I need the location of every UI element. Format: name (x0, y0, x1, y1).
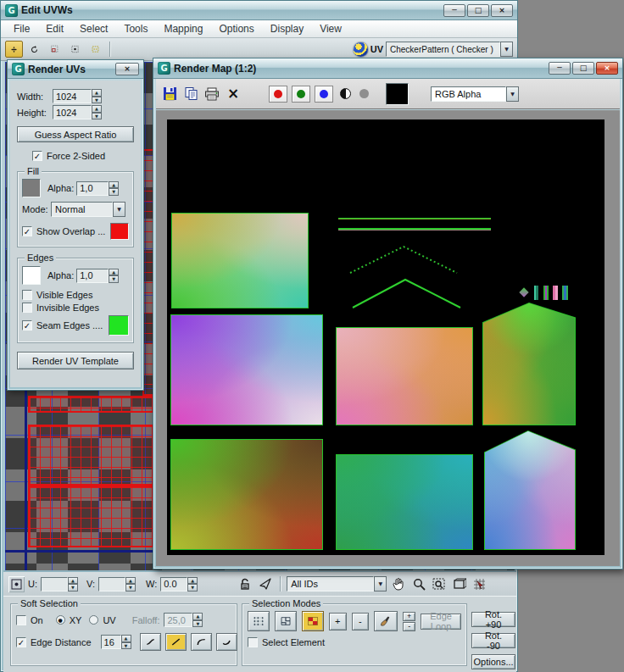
menu-select[interactable]: Select (72, 21, 116, 36)
guess-aspect-ratio-button[interactable]: Guess Aspect Ratio (17, 126, 134, 142)
maximize-button[interactable]: □ (467, 4, 489, 17)
paint-grow-button[interactable]: + (403, 612, 415, 621)
edges-alpha-label: Alpha: (47, 270, 74, 280)
app-logo-icon: G (158, 62, 170, 75)
shrink-selection-button[interactable]: - (352, 613, 370, 630)
seam-color-swatch[interactable] (109, 315, 129, 336)
menu-tools[interactable]: Tools (116, 21, 156, 36)
rotate-plus-90-button[interactable]: Rot. +90 (471, 612, 515, 627)
zoom-icon[interactable] (410, 576, 427, 592)
close-icon[interactable]: × (115, 63, 139, 75)
render-uvs-titlebar[interactable]: G Render UVs × (8, 60, 143, 79)
texture-dropdown[interactable]: CheckerPattern ( Checker ) ▼ (386, 42, 513, 57)
chevron-down-icon[interactable]: ▼ (506, 86, 519, 102)
edge-color-swatch[interactable] (22, 266, 41, 285)
v-spinner[interactable]: ▲▼ (98, 577, 136, 591)
red-channel-toggle[interactable] (269, 86, 287, 103)
mirror-tool-icon[interactable] (86, 41, 104, 58)
visible-edges-checkbox[interactable] (22, 290, 32, 300)
copy-icon[interactable] (182, 86, 199, 102)
texture-sphere-icon[interactable] (354, 42, 368, 57)
fast-out-curve-button[interactable] (216, 633, 237, 651)
zoom-to-selected-icon[interactable] (471, 576, 488, 592)
menu-file[interactable]: File (6, 21, 38, 36)
render-uv-template-button[interactable]: Render UV Template (17, 352, 134, 369)
spin-down-icon: ▼ (109, 275, 119, 283)
print-icon[interactable] (203, 86, 220, 102)
uv-radio[interactable] (89, 615, 98, 625)
lock-selection-icon[interactable] (237, 576, 254, 592)
width-spinner[interactable]: 1024 ▲▼ (53, 89, 102, 103)
alpha-channel-toggle[interactable] (357, 86, 370, 102)
zoom-extents-icon[interactable] (451, 576, 468, 592)
fill-color-swatch[interactable] (22, 179, 41, 197)
edge-distance-checkbox[interactable]: ✓ (16, 637, 26, 647)
minimize-button[interactable]: ─ (443, 4, 465, 17)
edge-loop-button[interactable]: Edge Loop (421, 614, 461, 630)
absolute-offset-toggle-icon[interactable] (8, 576, 25, 592)
ids-dropdown[interactable]: All IDs ▼ (287, 576, 387, 591)
alpha-channel-icon (359, 89, 369, 98)
falloff-spinner[interactable]: 25,0 ▲▼ (164, 613, 203, 627)
uv-selection-block (28, 396, 157, 413)
menu-mapping[interactable]: Mapping (156, 21, 211, 36)
rotate-minus-90-button[interactable]: Rot. -90 (471, 633, 515, 648)
save-icon[interactable] (161, 86, 178, 102)
vertex-mode-icon[interactable] (248, 611, 270, 631)
on-checkbox[interactable] (16, 615, 26, 625)
u-spinner[interactable]: ▲▼ (41, 577, 78, 591)
select-element-checkbox[interactable] (248, 637, 258, 647)
canvas-shape (171, 213, 309, 308)
transform-toolbar: U: ▲▼ V: ▲▼ W: 0.0 ▲▼ All IDs ▼ (3, 570, 516, 596)
scale-tool-icon[interactable] (46, 41, 64, 58)
slow-out-curve-button[interactable] (191, 633, 212, 651)
edge-distance-spinner[interactable]: 16 ▲▼ (101, 635, 131, 649)
pan-hand-icon[interactable] (390, 576, 407, 592)
grow-selection-button[interactable]: + (329, 613, 347, 630)
minimize-button[interactable]: ─ (549, 62, 571, 75)
menu-edit[interactable]: Edit (38, 21, 72, 36)
chevron-down-icon[interactable]: ▼ (500, 42, 513, 57)
overlap-color-swatch[interactable] (110, 223, 129, 240)
render-canvas[interactable] (167, 119, 604, 555)
linear-curve-button[interactable] (165, 633, 187, 651)
xy-radio[interactable]: ● (56, 615, 65, 625)
zoom-region-icon[interactable] (431, 576, 448, 592)
menu-view[interactable]: View (312, 21, 350, 36)
menu-display[interactable]: Display (263, 21, 312, 36)
render-map-titlebar[interactable]: G Render Map (1:2) ─ □ × (153, 58, 622, 79)
chevron-down-icon[interactable]: ▼ (374, 576, 387, 591)
close-button[interactable]: × (596, 62, 618, 75)
face-mode-icon[interactable] (302, 611, 324, 631)
background-color-swatch[interactable] (386, 83, 409, 105)
mode-dropdown[interactable]: Normal ▼ (51, 202, 125, 217)
smooth-curve-button[interactable] (140, 633, 161, 651)
options-button[interactable]: Options... (471, 654, 515, 669)
paint-select-icon[interactable] (374, 611, 398, 631)
edit-uvws-titlebar[interactable]: G Edit UVWs ─ □ × (1, 1, 517, 20)
edge-mode-icon[interactable] (275, 611, 297, 631)
show-overlap-checkbox[interactable]: ✓ (22, 226, 32, 236)
channel-dropdown[interactable]: RGB Alpha ▼ (431, 86, 519, 102)
fill-alpha-spinner[interactable]: 1,0 ▲▼ (76, 181, 119, 196)
maximize-button[interactable]: □ (572, 62, 594, 75)
blue-channel-toggle[interactable] (315, 86, 333, 103)
delete-icon[interactable]: × (225, 86, 242, 102)
w-spinner[interactable]: 0.0 ▲▼ (160, 577, 198, 591)
seam-edges-checkbox[interactable]: ✓ (22, 320, 32, 330)
mono-channel-toggle[interactable] (337, 86, 353, 102)
move-tool-icon[interactable] (5, 41, 23, 58)
chevron-down-icon[interactable]: ▼ (113, 202, 125, 217)
invisible-edges-checkbox[interactable] (22, 303, 32, 313)
force-2sided-checkbox[interactable]: ✓ (32, 151, 42, 161)
quick-transform-icon[interactable] (257, 576, 274, 592)
close-button[interactable]: × (491, 4, 513, 17)
freeform-tool-icon[interactable] (66, 41, 84, 58)
height-spinner[interactable]: 1024 ▲▼ (53, 105, 102, 119)
menu-options[interactable]: Options (211, 21, 262, 36)
paint-shrink-button[interactable]: - (403, 622, 415, 631)
rotate-tool-icon[interactable] (25, 41, 43, 58)
toolbar-separator (109, 42, 110, 57)
green-channel-toggle[interactable] (292, 86, 310, 103)
edges-alpha-spinner[interactable]: 1,0 ▲▼ (76, 269, 119, 283)
